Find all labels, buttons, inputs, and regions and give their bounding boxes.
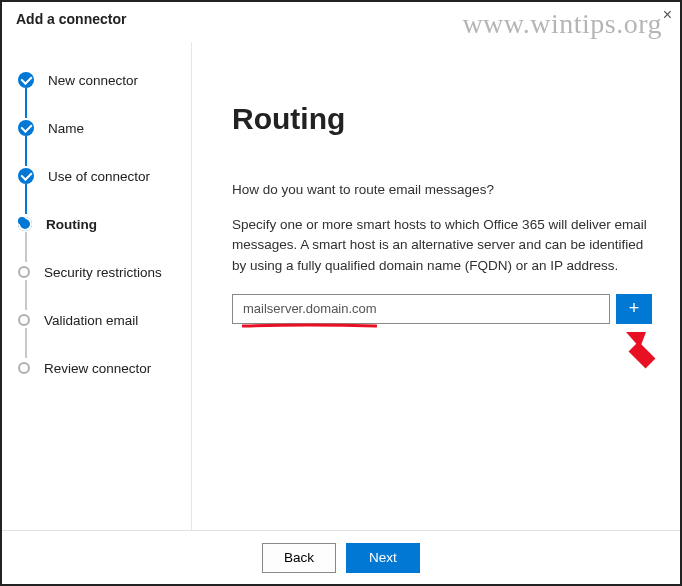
step-routing[interactable]: Routing [18,200,179,248]
step-check-icon [18,72,34,88]
step-label: New connector [48,73,138,88]
plus-icon: + [629,298,640,319]
routing-description: Specify one or more smart hosts to which… [232,215,652,276]
step-new-connector[interactable]: New connector [18,56,179,104]
step-check-icon [18,120,34,136]
wizard-steps: New connector Name Use of connector Rout… [18,56,179,392]
dialog-title: Add a connector [16,11,126,27]
step-validation-email[interactable]: Validation email [18,296,179,344]
step-empty-icon [18,266,30,278]
step-review-connector[interactable]: Review connector [18,344,179,392]
step-check-icon [18,168,34,184]
step-empty-icon [18,314,30,326]
step-security-restrictions[interactable]: Security restrictions [18,248,179,296]
svg-rect-1 [629,341,656,368]
step-label: Validation email [44,313,138,328]
annotation-arrow-icon [616,330,656,378]
svg-marker-0 [626,332,646,348]
main-panel: Routing How do you want to route email m… [192,42,680,534]
step-name[interactable]: Name [18,104,179,152]
step-use-of-connector[interactable]: Use of connector [18,152,179,200]
dialog-header: Add a connector [2,2,680,36]
step-label: Use of connector [48,169,150,184]
step-label: Security restrictions [44,265,162,280]
dialog-body: New connector Name Use of connector Rout… [2,42,680,534]
smart-host-row: + [232,294,652,324]
routing-question: How do you want to route email messages? [232,182,652,197]
step-label: Review connector [44,361,151,376]
close-icon[interactable]: × [663,6,672,24]
step-label: Name [48,121,84,136]
back-button[interactable]: Back [262,543,336,573]
step-empty-icon [18,362,30,374]
next-button[interactable]: Next [346,543,420,573]
add-host-button[interactable]: + [616,294,652,324]
dialog-footer: Back Next [2,530,680,584]
page-title: Routing [232,102,652,136]
step-label: Routing [46,217,97,232]
smart-host-input[interactable] [232,294,610,324]
step-current-icon [18,217,32,231]
wizard-sidebar: New connector Name Use of connector Rout… [2,42,192,534]
